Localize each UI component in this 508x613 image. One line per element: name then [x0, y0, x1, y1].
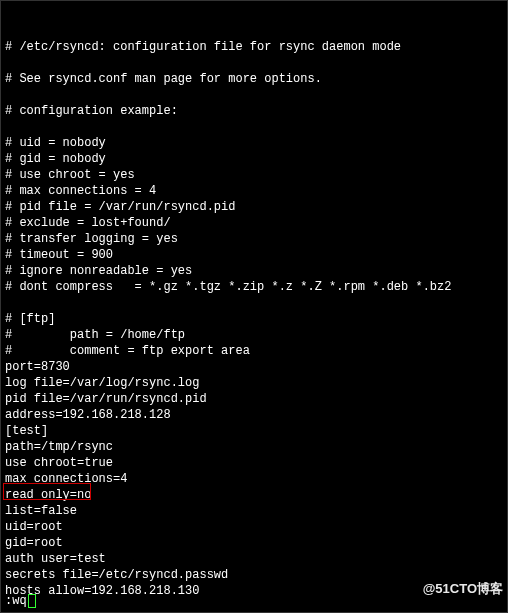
file-line[interactable]: # configuration example:	[5, 103, 503, 119]
file-line[interactable]: # [ftp]	[5, 311, 503, 327]
file-line[interactable]: port=8730	[5, 359, 503, 375]
file-line[interactable]: # use chroot = yes	[5, 167, 503, 183]
file-line[interactable]: # dont compress = *.gz *.tgz *.zip *.z *…	[5, 279, 503, 295]
file-line[interactable]: # gid = nobody	[5, 151, 503, 167]
file-line[interactable]	[5, 295, 503, 311]
file-line[interactable]: pid file=/var/run/rsyncd.pid	[5, 391, 503, 407]
file-line[interactable]: # timeout = 900	[5, 247, 503, 263]
file-line[interactable]: # path = /home/ftp	[5, 327, 503, 343]
file-line[interactable]: list=false	[5, 503, 503, 519]
vim-command-line[interactable]: :wq	[5, 594, 36, 608]
cursor-icon	[28, 594, 36, 608]
file-line[interactable]: # pid file = /var/run/rsyncd.pid	[5, 199, 503, 215]
file-line[interactable]: read only=no	[5, 487, 503, 503]
file-line[interactable]	[5, 55, 503, 71]
file-line[interactable]	[5, 119, 503, 135]
file-line[interactable]: uid=root	[5, 519, 503, 535]
file-line[interactable]: # uid = nobody	[5, 135, 503, 151]
file-line[interactable]: address=192.168.218.128	[5, 407, 503, 423]
file-line[interactable]	[5, 87, 503, 103]
file-line[interactable]: # ignore nonreadable = yes	[5, 263, 503, 279]
watermark-text: @51CTO博客	[423, 580, 503, 598]
file-line[interactable]: max connections=4	[5, 471, 503, 487]
file-line[interactable]: path=/tmp/rsync	[5, 439, 503, 455]
file-line[interactable]: [test]	[5, 423, 503, 439]
file-line[interactable]: # max connections = 4	[5, 183, 503, 199]
file-line[interactable]: # comment = ftp export area	[5, 343, 503, 359]
file-line[interactable]: # transfer logging = yes	[5, 231, 503, 247]
file-line[interactable]: gid=root	[5, 535, 503, 551]
file-line[interactable]: log file=/var/log/rsync.log	[5, 375, 503, 391]
file-line[interactable]: # exclude = lost+found/	[5, 215, 503, 231]
file-line[interactable]: use chroot=true	[5, 455, 503, 471]
file-line[interactable]: # See rsyncd.conf man page for more opti…	[5, 71, 503, 87]
file-line[interactable]: # /etc/rsyncd: configuration file for rs…	[5, 39, 503, 55]
vim-command-text: :wq	[5, 594, 27, 608]
vim-editor-content[interactable]: # /etc/rsyncd: configuration file for rs…	[1, 1, 507, 613]
file-line[interactable]: auth user=test	[5, 551, 503, 567]
